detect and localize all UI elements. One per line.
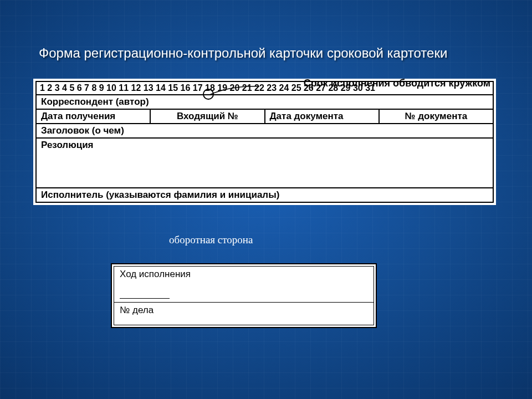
circle-callout-label: Срок исполнения обводится кружком [304, 78, 490, 89]
slide-title: Форма регистрационно-контрольной карточк… [39, 45, 447, 61]
col-date-received: Дата получения [37, 110, 151, 123]
back-side-caption: оборотная сторона [169, 234, 253, 246]
row-correspondent: Корреспондент (автор) [37, 95, 493, 110]
row-executor: Исполнитель (указываются фамилия и иници… [37, 188, 493, 202]
row-subject: Заголовок (о чем) [37, 124, 493, 139]
progress-underline [120, 298, 170, 299]
row-resolution: Резолюция [37, 139, 493, 188]
row-progress: Ход исполнения [114, 267, 374, 302]
col-incoming-no: Входящий № [151, 110, 265, 123]
col-doc-date: Дата документа [265, 110, 380, 123]
row-columns: Дата получения Входящий № Дата документа… [37, 110, 493, 124]
row-case-no: № дела [114, 302, 374, 325]
progress-label: Ход исполнения [120, 269, 191, 279]
registration-card-front: Срок исполнения обводится кружком 1 2 3 … [33, 79, 496, 205]
col-doc-no: № документа [380, 110, 493, 123]
registration-card-back: Ход исполнения № дела [111, 263, 377, 328]
